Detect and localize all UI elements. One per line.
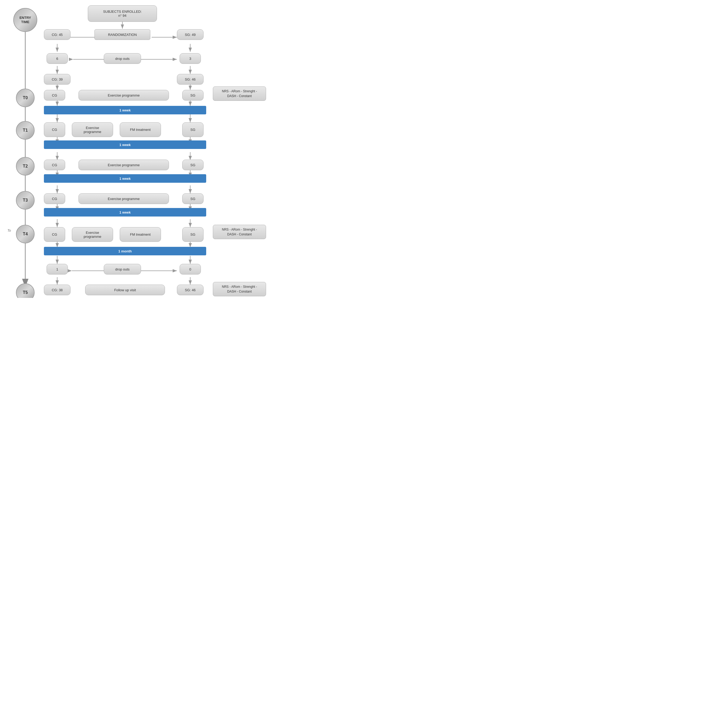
cg-dropout1-box: 6 [47, 53, 68, 64]
entry-time-oval: ENTRY TIME [13, 8, 37, 32]
t0-oval: T0 [16, 88, 35, 107]
t5-measurement-label: NRS - ARom - Strenght - DASH - Constant [213, 282, 266, 296]
cg-after-dropout1-box: CG: 39 [44, 74, 70, 85]
sg-final-box: SG: 46 [177, 285, 203, 295]
t1-cg-box: CG [44, 122, 65, 137]
week1-bar-4: 1 week [44, 208, 206, 216]
t0-sg-box: SG [182, 90, 203, 101]
t4-measurement-label: NRS - ARom - Strenght - DASH - Constant [213, 225, 266, 239]
cg-final-box: CG: 38 [44, 285, 70, 295]
t0-cg-box: CG [44, 90, 65, 101]
t2-cg-box: CG [44, 160, 65, 170]
sg-initial-box: SG: 49 [177, 29, 203, 40]
t4-exercise-box: Exercise programme [72, 227, 113, 242]
month1-bar: 1 month [44, 247, 206, 255]
follow-up-box: Follow up visit [85, 285, 165, 295]
week1-bar-3: 1 week [44, 174, 206, 183]
t2-sg-box: SG [182, 160, 203, 170]
to-label: To [8, 229, 11, 233]
t3-oval: T3 [16, 191, 35, 210]
sg-after-dropout1-box: SG: 46 [177, 74, 203, 85]
t3-cg-box: CG [44, 193, 65, 204]
t3-sg-box: SG [182, 193, 203, 204]
t1-oval: T1 [16, 121, 35, 140]
t1-sg-box: SG [182, 122, 203, 137]
t4-cg-box: CG [44, 227, 65, 242]
sg-dropout2-box: 0 [180, 264, 201, 274]
cg-initial-box: CG: 45 [44, 29, 70, 40]
randomization-box: RANDOMIZATION [95, 29, 150, 40]
week1-bar-2: 1 week [44, 140, 206, 149]
week1-bar-1: 1 week [44, 106, 206, 114]
t3-exercise-box: Exercise programme [78, 193, 169, 204]
t1-exercise-box: Exercise programme [72, 122, 113, 137]
sg-dropout1-box: 3 [180, 53, 201, 64]
t4-oval: T4 [16, 225, 35, 244]
t0-exercise-box: Exercise programme [78, 90, 169, 101]
dropouts1-box: drop outs [104, 53, 141, 64]
t2-exercise-box: Exercise programme [78, 160, 169, 170]
t4-fm-box: FM treatment [120, 227, 161, 242]
t4-sg-box: SG [182, 227, 203, 242]
t2-oval: T2 [16, 157, 35, 175]
t5-oval: T5 [16, 283, 35, 298]
t1-fm-box: FM treatment [120, 122, 161, 137]
cg-dropout2-box: 1 [47, 264, 68, 274]
enrolled-box: SUBJECTS ENROLLED: n° 94 [88, 5, 157, 22]
t0-measurement-label: NRS - ARom - Strenght - DASH - Constant [213, 87, 266, 101]
dropouts2-box: drop outs [104, 264, 141, 274]
